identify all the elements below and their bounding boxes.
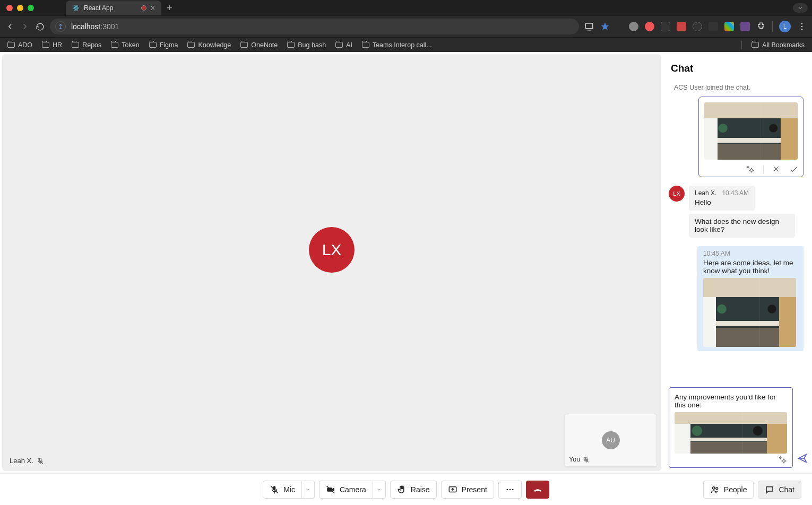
remote-participant-avatar: LX — [309, 227, 355, 273]
svg-point-11 — [801, 26, 803, 28]
extension-icon[interactable] — [661, 22, 670, 31]
camera-button[interactable]: Camera — [319, 481, 373, 499]
remote-participant-label: Leah X. — [10, 457, 44, 465]
svg-point-0 — [75, 7, 76, 8]
fullscreen-window-icon[interactable] — [28, 5, 34, 11]
chat-scroll[interactable]: ACS User joined the chat. — [668, 82, 807, 383]
call-controls: Mic Camera Raise — [0, 473, 812, 505]
bookmark-folder[interactable]: Repos — [72, 41, 101, 49]
bookmark-folder[interactable]: HR — [42, 41, 62, 49]
call-app: LX Leah X. AU You Chat ACS — [0, 52, 812, 505]
camera-off-icon — [326, 485, 335, 494]
tab-title: React App — [84, 4, 137, 12]
hand-icon — [397, 485, 407, 494]
mic-options-button[interactable] — [302, 481, 315, 499]
image-upload-card[interactable] — [698, 97, 804, 177]
bookmark-folder[interactable]: Bug bash — [287, 41, 326, 49]
sparkle-icon[interactable] — [746, 165, 755, 173]
folder-icon — [7, 42, 15, 48]
attached-image[interactable] — [704, 102, 798, 160]
more-options-button[interactable] — [498, 481, 522, 499]
message-time: 10:43 AM — [722, 189, 749, 197]
message-body: Here are some ideas, let me know what yo… — [703, 259, 798, 275]
svg-point-32 — [512, 489, 514, 490]
bookmark-folder[interactable]: Teams Interop call... — [362, 41, 432, 49]
hangup-button[interactable] — [526, 481, 549, 499]
window-controls[interactable] — [4, 5, 34, 11]
folder-icon — [362, 42, 369, 48]
url-input[interactable]: localhost:3001 — [50, 19, 579, 34]
message-bubble[interactable]: 10:45 AM Here are some ideas, let me kno… — [697, 246, 804, 351]
chat-toggle-button[interactable]: Chat — [758, 481, 801, 499]
message-avatar: LX — [669, 186, 685, 202]
system-message: ACS User joined the chat. — [669, 82, 804, 97]
mic-button[interactable]: Mic — [263, 481, 302, 499]
self-label: You — [569, 456, 590, 463]
svg-point-31 — [509, 489, 511, 490]
svg-point-30 — [506, 489, 508, 490]
compose-attached-image[interactable] — [675, 412, 787, 454]
present-button[interactable]: Present — [441, 481, 494, 499]
reload-button[interactable] — [35, 22, 45, 31]
extension-icon[interactable] — [645, 22, 654, 31]
message-author: Leah X. — [695, 189, 716, 197]
folder-icon — [72, 42, 79, 48]
share-screen-icon — [448, 485, 457, 494]
message-time: 10:45 AM — [703, 250, 730, 257]
compose-area: Any improvements you'd like for this one… — [669, 387, 806, 468]
site-info-icon[interactable] — [55, 21, 66, 32]
attached-image[interactable] — [703, 278, 796, 347]
self-video-tile[interactable]: AU You — [564, 414, 657, 467]
svg-point-10 — [801, 23, 803, 24]
reject-icon[interactable] — [772, 165, 781, 173]
extension-icon[interactable] — [709, 22, 718, 31]
extension-icon[interactable] — [724, 22, 734, 31]
people-button[interactable]: People — [703, 481, 754, 499]
browser-tab[interactable]: React App × — [66, 1, 161, 15]
extension-icon[interactable] — [677, 22, 686, 31]
chat-message: LX Leah X. 10:43 AM Hello — [669, 186, 804, 211]
back-button[interactable] — [5, 22, 15, 31]
message-bubble[interactable]: Leah X. 10:43 AM Hello — [689, 186, 755, 211]
svg-marker-9 — [601, 23, 609, 30]
react-favicon-icon — [72, 4, 80, 12]
bookmark-folder[interactable]: ADO — [7, 41, 32, 49]
bookmark-folder[interactable]: Knowledge — [187, 41, 231, 49]
recording-indicator-icon — [141, 5, 146, 11]
bookmark-folder[interactable]: Figma — [149, 41, 178, 49]
extension-icon[interactable] — [740, 22, 750, 31]
chat-message: What does the new design look like? — [669, 214, 804, 238]
bookmark-folder[interactable]: OneNote — [240, 41, 278, 49]
svg-point-33 — [712, 486, 715, 489]
folder-icon — [751, 42, 759, 48]
new-tab-button[interactable]: + — [167, 3, 172, 14]
folder-icon — [335, 42, 343, 48]
forward-button[interactable] — [20, 22, 30, 31]
camera-options-button[interactable] — [373, 481, 386, 499]
message-bubble[interactable]: What does the new design look like? — [689, 214, 795, 238]
extension-icon[interactable] — [629, 22, 638, 31]
bookmark-star-icon[interactable] — [600, 22, 610, 31]
raise-hand-button[interactable]: Raise — [390, 481, 437, 499]
extension-icon[interactable] — [693, 22, 702, 31]
profile-avatar[interactable]: L — [779, 21, 791, 32]
close-window-icon[interactable] — [6, 5, 13, 11]
sparkle-icon[interactable] — [779, 456, 787, 464]
bookmark-folder[interactable]: Token — [111, 41, 139, 49]
cast-icon[interactable] — [584, 22, 594, 31]
people-icon — [710, 485, 720, 494]
kebab-menu-icon[interactable] — [797, 22, 807, 31]
bookmark-folder[interactable]: AI — [335, 41, 352, 49]
close-tab-icon[interactable]: × — [151, 4, 155, 12]
tab-bar: React App × + — [0, 0, 812, 16]
mic-muted-icon — [583, 456, 590, 463]
tab-overflow-button[interactable] — [793, 3, 808, 13]
compose-text[interactable]: Any improvements you'd like for this one… — [675, 393, 787, 409]
minimize-window-icon[interactable] — [17, 5, 23, 11]
compose-box[interactable]: Any improvements you'd like for this one… — [669, 387, 793, 468]
all-bookmarks-button[interactable]: All Bookmarks — [751, 41, 805, 49]
send-button[interactable] — [797, 453, 808, 468]
bookmarks-bar: ADO HR Repos Token Figma Knowledge OneNo… — [0, 37, 812, 52]
accept-icon[interactable] — [789, 165, 798, 173]
extensions-menu-icon[interactable] — [756, 22, 766, 31]
